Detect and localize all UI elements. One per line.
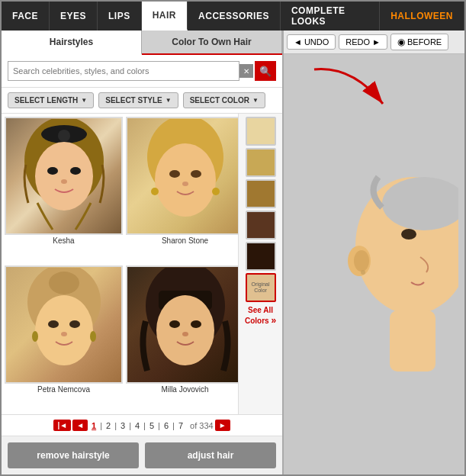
app-container: FACE EYES LIPS HAIR ACCESSORIES COMPLETE… xyxy=(0,0,466,476)
color-swatch-medium-blonde[interactable] xyxy=(246,148,276,177)
list-item[interactable]: Sharon Stone xyxy=(126,117,238,262)
hair-name-petra: Petra Nemcova xyxy=(37,385,90,394)
page-1[interactable]: 1 xyxy=(89,420,98,431)
svg-point-21 xyxy=(90,331,96,342)
tab-color-own-hair[interactable]: Color To Own Hair xyxy=(142,31,282,53)
page-2[interactable]: 2 xyxy=(104,420,113,431)
svg-point-5 xyxy=(70,167,81,175)
page-5[interactable]: 5 xyxy=(147,420,156,431)
svg-point-26 xyxy=(191,320,201,328)
camera-icon: ◉ xyxy=(397,37,405,47)
filter-style[interactable]: SELECT STYLE ▼ xyxy=(98,92,178,108)
svg-rect-33 xyxy=(390,310,435,371)
color-swatch-dark-brown[interactable] xyxy=(246,242,276,271)
svg-point-15 xyxy=(49,272,79,294)
svg-point-6 xyxy=(61,179,67,184)
nav-halloween[interactable]: HALLOWEEN xyxy=(380,2,464,31)
color-swatch-brown[interactable] xyxy=(246,211,276,240)
svg-point-31 xyxy=(401,229,416,240)
page-3[interactable]: 3 xyxy=(118,420,127,431)
right-panel: ◄ UNDO REDO ► ◉ BEFORE xyxy=(284,31,464,474)
left-panel: Hairstyles Color To Own Hair ✕ 🔍 SELECT … xyxy=(2,31,284,474)
svg-point-20 xyxy=(32,331,38,342)
color-swatch-light-blonde[interactable] xyxy=(246,117,276,146)
nav-hair[interactable]: HAIR xyxy=(142,2,188,31)
nav-accessories[interactable]: ACCESSORIES xyxy=(188,2,281,31)
chevron-down-icon: ▼ xyxy=(81,97,87,104)
main-content: Hairstyles Color To Own Hair ✕ 🔍 SELECT … xyxy=(2,31,464,474)
svg-point-11 xyxy=(182,182,188,186)
adjust-hair-button[interactable]: adjust hair xyxy=(145,442,276,468)
list-item[interactable]: Kesha xyxy=(5,117,123,262)
face-preview xyxy=(291,93,458,436)
page-first-btn[interactable]: |◄ xyxy=(53,420,71,431)
top-nav: FACE EYES LIPS HAIR ACCESSORIES COMPLETE… xyxy=(2,2,464,31)
color-swatch-dark-blonde[interactable] xyxy=(246,179,276,208)
svg-point-30 xyxy=(354,250,369,272)
color-sidebar: Original Color See All Colors » xyxy=(238,114,282,414)
redo-button[interactable]: REDO ► xyxy=(339,34,387,50)
hair-name-milla: Milla Jovovich xyxy=(161,385,208,394)
search-button[interactable]: 🔍 xyxy=(255,61,276,81)
remove-hairstyle-button[interactable]: remove hairstyle xyxy=(8,442,139,468)
see-all-colors-link[interactable]: See All Colors » xyxy=(241,306,280,326)
list-item[interactable]: Petra Nemcova xyxy=(5,265,123,411)
search-input[interactable] xyxy=(8,61,239,81)
hair-thumbnail-kesha[interactable] xyxy=(5,117,123,235)
bottom-buttons: remove hairstyle adjust hair xyxy=(2,436,282,474)
svg-point-32 xyxy=(361,270,365,275)
pagination: |◄ ◄ 1 | 2 | 3 | 4 | 5 | 6 | 7 of 334 ► xyxy=(2,414,282,436)
svg-point-17 xyxy=(48,320,59,328)
svg-point-18 xyxy=(69,320,80,328)
nav-complete-looks[interactable]: COMPLETE LOOKS xyxy=(281,2,380,31)
page-4[interactable]: 4 xyxy=(133,420,142,431)
filter-color[interactable]: SELECT COLOR ▼ xyxy=(183,92,265,108)
svg-point-27 xyxy=(182,332,188,336)
svg-point-12 xyxy=(151,188,159,195)
before-button[interactable]: ◉ BEFORE xyxy=(390,34,448,50)
filter-row: SELECT LENGTH ▼ SELECT STYLE ▼ SELECT CO… xyxy=(2,88,282,114)
right-toolbar: ◄ UNDO REDO ► ◉ BEFORE xyxy=(284,31,464,54)
chevron-down-icon: ▼ xyxy=(166,97,172,104)
page-of-total: of 334 xyxy=(190,421,214,430)
hair-name-kesha: Kesha xyxy=(53,236,74,245)
photo-canvas xyxy=(284,54,464,474)
page-next-btn[interactable]: ► xyxy=(215,420,230,431)
search-clear-icon[interactable]: ✕ xyxy=(239,64,253,78)
hair-thumbnail-petra[interactable] xyxy=(5,265,123,384)
svg-point-10 xyxy=(191,170,201,178)
chevron-right-icon: » xyxy=(271,315,276,326)
redo-arrow-icon: ► xyxy=(372,37,381,47)
hair-thumbnail-milla[interactable] xyxy=(126,265,238,384)
undo-arrow-icon: ◄ xyxy=(294,37,302,47)
chevron-down-icon: ▼ xyxy=(252,97,259,104)
svg-point-25 xyxy=(169,320,180,328)
grid-area: Kesha xyxy=(2,114,282,414)
hair-name-sharon: Sharon Stone xyxy=(162,236,208,245)
svg-point-3 xyxy=(35,142,93,211)
nav-face[interactable]: FACE xyxy=(2,2,50,31)
svg-point-16 xyxy=(35,295,93,365)
svg-point-9 xyxy=(169,170,180,178)
filter-length[interactable]: SELECT LENGTH ▼ xyxy=(8,92,94,108)
svg-point-19 xyxy=(61,332,67,336)
tab-hairstyles[interactable]: Hairstyles xyxy=(2,31,142,55)
svg-point-2 xyxy=(58,130,70,142)
nav-lips[interactable]: LIPS xyxy=(98,2,142,31)
color-swatch-original[interactable]: Original Color xyxy=(246,273,276,302)
svg-point-4 xyxy=(47,167,58,175)
sub-tabs: Hairstyles Color To Own Hair xyxy=(2,31,282,55)
undo-button[interactable]: ◄ UNDO xyxy=(287,34,336,50)
svg-point-8 xyxy=(155,143,216,217)
page-7[interactable]: 7 xyxy=(176,420,185,431)
nav-eyes[interactable]: EYES xyxy=(50,2,98,31)
list-item[interactable]: Milla Jovovich xyxy=(126,265,238,411)
svg-point-13 xyxy=(212,188,220,195)
page-6[interactable]: 6 xyxy=(162,420,171,431)
hair-thumbnail-sharon[interactable] xyxy=(126,117,238,235)
hairstyle-grid: Kesha xyxy=(2,114,238,414)
search-bar: ✕ 🔍 xyxy=(2,55,282,88)
svg-point-24 xyxy=(156,295,214,365)
page-prev-btn[interactable]: ◄ xyxy=(72,420,88,431)
